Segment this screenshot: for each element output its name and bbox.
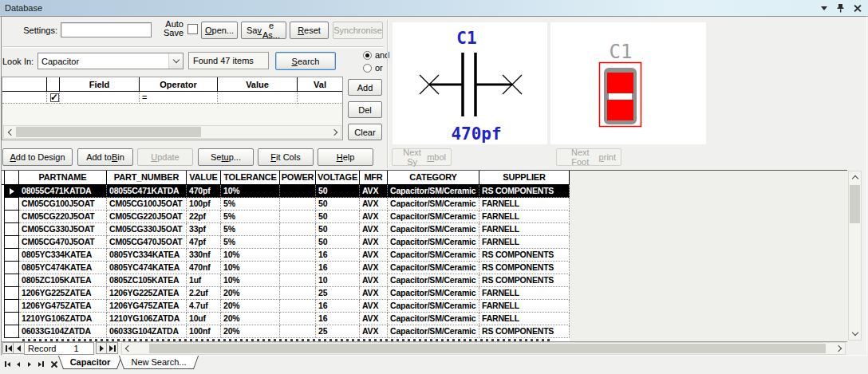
filter-horizontal-scrollbar[interactable] bbox=[3, 125, 341, 139]
table-cell[interactable]: FARNELL bbox=[479, 300, 570, 313]
table-cell[interactable]: Capacitor/SM/Ceramic bbox=[388, 274, 479, 287]
look-in-dropdown[interactable]: Capacitor bbox=[37, 53, 183, 69]
table-cell[interactable]: RS COMPONENTS bbox=[479, 262, 570, 274]
table-row[interactable]: 08055C471KATDA08055C471KATDA470pf10%50AV… bbox=[2, 185, 847, 198]
table-cell[interactable]: 0805YC334KATEA bbox=[107, 249, 187, 262]
column-header-category[interactable]: CATEGORY bbox=[388, 171, 479, 185]
table-cell[interactable]: Capacitor/SM/Ceramic bbox=[388, 211, 479, 223]
first-tab-button[interactable] bbox=[2, 360, 12, 368]
row-selector-cell[interactable] bbox=[5, 313, 19, 325]
add-to-bin-button[interactable]: Add to Bin bbox=[77, 148, 133, 166]
scroll-left-button[interactable] bbox=[122, 343, 133, 354]
table-cell[interactable]: 1210YG106ZATDA bbox=[107, 313, 187, 325]
table-cell[interactable]: 33pf bbox=[187, 223, 221, 236]
table-cell[interactable]: 4.7uf bbox=[187, 300, 221, 313]
table-cell[interactable]: 1210YG106ZATDA bbox=[19, 313, 107, 325]
table-cell[interactable]: Capacitor/SM/Ceramic bbox=[388, 325, 479, 338]
table-cell[interactable]: 10uf bbox=[187, 313, 221, 325]
table-cell[interactable]: AVX bbox=[360, 313, 388, 325]
row-selector-cell[interactable] bbox=[5, 185, 19, 198]
scrollbar-thumb[interactable] bbox=[149, 344, 826, 353]
filter-value2-cell[interactable] bbox=[298, 92, 342, 104]
scrollbar-thumb[interactable] bbox=[16, 127, 201, 137]
table-cell[interactable]: 06033G104ZATDA bbox=[107, 325, 187, 338]
table-cell[interactable]: AVX bbox=[360, 249, 388, 262]
fit-cols-button[interactable]: Fit Cols bbox=[258, 148, 314, 166]
table-cell[interactable]: RS COMPONENTS bbox=[479, 185, 570, 198]
help-button[interactable]: Help bbox=[318, 148, 373, 166]
table-cell[interactable]: 1206YG225ZATEA bbox=[107, 287, 187, 300]
filter-value-cell[interactable] bbox=[218, 92, 298, 104]
table-cell[interactable]: 10 bbox=[316, 274, 360, 287]
table-cell[interactable]: AVX bbox=[360, 236, 388, 249]
table-cell[interactable]: 0805ZC105KATEA bbox=[19, 274, 107, 287]
table-cell[interactable]: FARNELL bbox=[479, 211, 570, 223]
table-cell[interactable]: 5% bbox=[221, 223, 280, 236]
table-cell[interactable]: AVX bbox=[360, 287, 388, 300]
table-cell[interactable]: CM05CG330J5OAT bbox=[19, 223, 107, 236]
table-cell[interactable] bbox=[280, 262, 316, 274]
row-selector-cell[interactable] bbox=[5, 262, 19, 274]
table-cell[interactable]: 0805YC474KATEA bbox=[19, 262, 107, 274]
close-tab-icon[interactable] bbox=[49, 360, 59, 368]
table-cell[interactable]: AVX bbox=[360, 325, 388, 338]
previous-record-button[interactable] bbox=[13, 342, 25, 354]
table-cell[interactable]: Capacitor/SM/Ceramic bbox=[388, 249, 479, 262]
table-cell[interactable]: AVX bbox=[360, 198, 388, 211]
row-selector-cell[interactable] bbox=[5, 287, 19, 300]
filter-enabled-cell[interactable] bbox=[47, 92, 60, 104]
scroll-up-button[interactable] bbox=[849, 171, 861, 183]
table-cell[interactable]: 100nf bbox=[187, 325, 221, 338]
table-cell[interactable]: 50 bbox=[316, 185, 360, 198]
table-cell[interactable] bbox=[280, 313, 316, 325]
table-row[interactable]: CM05CG220J5OATCM05CG220J5OAT22pf5%50AVXC… bbox=[2, 211, 847, 223]
table-cell[interactable]: Capacitor/SM/Ceramic bbox=[388, 185, 479, 198]
table-row[interactable]: CM05CG470J5OATCM05CG470J5OAT47pf5%50AVXC… bbox=[2, 236, 847, 249]
table-cell[interactable]: Capacitor/SM/Ceramic bbox=[388, 300, 479, 313]
table-cell[interactable]: AVX bbox=[360, 262, 388, 274]
table-cell[interactable]: 470nf bbox=[187, 262, 221, 274]
table-cell[interactable]: 470pf bbox=[187, 185, 221, 198]
scroll-left-button[interactable] bbox=[4, 126, 16, 138]
row-selector-cell[interactable] bbox=[5, 236, 19, 249]
table-cell[interactable]: 20% bbox=[221, 313, 280, 325]
window-menu-chevron-icon[interactable] bbox=[821, 6, 827, 10]
table-cell[interactable]: 16 bbox=[316, 249, 360, 262]
table-cell[interactable]: 50 bbox=[316, 223, 360, 236]
row-selector-cell[interactable] bbox=[5, 211, 19, 223]
table-cell[interactable]: 50 bbox=[316, 211, 360, 223]
table-cell[interactable]: 10% bbox=[221, 262, 280, 274]
tab-capacitor[interactable]: Capacitor bbox=[61, 356, 120, 370]
scroll-right-button[interactable] bbox=[834, 343, 845, 354]
row-selector-cell[interactable] bbox=[5, 325, 19, 338]
close-icon[interactable] bbox=[854, 5, 861, 12]
table-row[interactable]: 1210YG106ZATDA1210YG106ZATDA10uf20%16AVX… bbox=[2, 313, 847, 325]
table-cell[interactable]: 1206YG475ZATEA bbox=[107, 300, 187, 313]
table-row[interactable]: CM05CG100J5OATCM05CG100J5OAT100pf5%50AVX… bbox=[2, 198, 847, 211]
table-cell[interactable] bbox=[280, 325, 316, 338]
record-number[interactable]: 1 bbox=[73, 344, 78, 353]
column-header-part_number[interactable]: PART_NUMBER bbox=[107, 171, 187, 185]
table-cell[interactable]: 25 bbox=[316, 287, 360, 300]
table-vertical-scrollbar[interactable] bbox=[848, 171, 862, 341]
search-button[interactable]: Search bbox=[275, 52, 336, 70]
logic-and-radio[interactable]: and bbox=[363, 50, 389, 60]
dropdown-arrow-zone[interactable] bbox=[168, 53, 183, 69]
clear-filter-button[interactable]: Clear bbox=[348, 124, 382, 140]
table-cell[interactable]: RS COMPONENTS bbox=[479, 325, 570, 338]
table-cell[interactable]: 5% bbox=[221, 211, 280, 223]
table-cell[interactable]: 1206YG225ZATEA bbox=[19, 287, 107, 300]
table-cell[interactable]: 330nf bbox=[187, 249, 221, 262]
save-as-button[interactable]: Save As... bbox=[241, 22, 286, 39]
filter-row-selector-cell[interactable] bbox=[2, 92, 47, 104]
last-tab-button[interactable] bbox=[36, 360, 45, 368]
table-cell[interactable] bbox=[280, 223, 316, 236]
column-header-partname[interactable]: PARTNAME bbox=[19, 171, 107, 185]
table-row[interactable]: 1206YG225ZATEA1206YG225ZATEA2.2uf20%25AV… bbox=[2, 287, 847, 300]
table-cell[interactable]: 16 bbox=[316, 313, 360, 325]
table-cell[interactable]: FARNELL bbox=[479, 287, 570, 300]
column-header-tolerance[interactable]: TOLERANCE bbox=[221, 171, 280, 185]
table-cell[interactable] bbox=[280, 287, 316, 300]
setup-button[interactable]: Setup... bbox=[198, 148, 254, 166]
table-cell[interactable] bbox=[280, 211, 316, 223]
